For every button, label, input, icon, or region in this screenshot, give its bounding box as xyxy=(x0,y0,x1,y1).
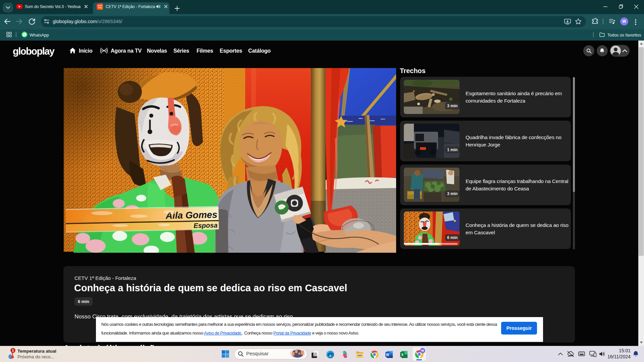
svg-text:Esposa: Esposa xyxy=(194,222,218,229)
svg-text:W: W xyxy=(386,353,389,357)
svg-text:play: play xyxy=(98,6,101,8)
svg-text:X: X xyxy=(401,353,404,357)
